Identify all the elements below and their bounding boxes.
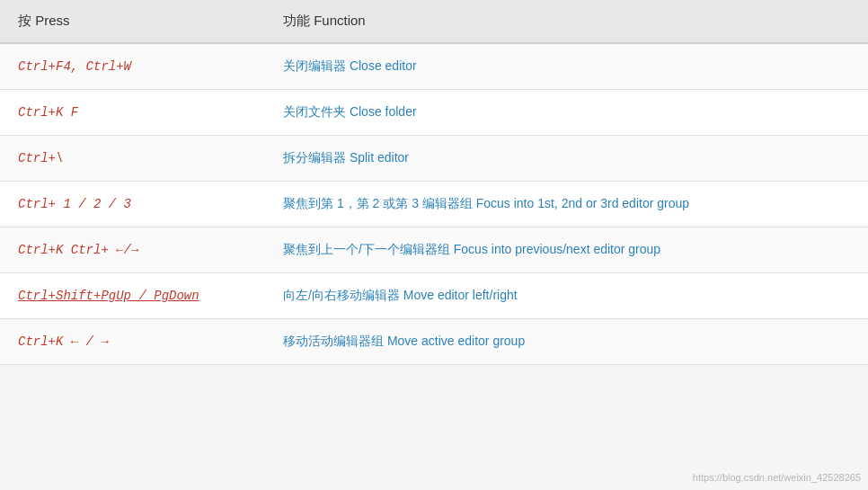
table-row: Ctrl+K ← / →移动活动编辑器组 Move active editor … [0, 319, 868, 365]
table-row: Ctrl+K Ctrl+ ←/→聚焦到上一个/下一个编辑器组 Focus int… [0, 227, 868, 273]
press-column-header: 按 Press [0, 0, 265, 43]
table-row: Ctrl+\拆分编辑器 Split editor [0, 136, 868, 182]
function-cell: 聚焦到上一个/下一个编辑器组 Focus into previous/next … [265, 227, 868, 273]
function-cell: 移动活动编辑器组 Move active editor group [265, 319, 868, 365]
table-row: Ctrl+ 1 / 2 / 3聚焦到第 1，第 2 或第 3 编辑器组 Focu… [0, 182, 868, 227]
function-cell: 关闭文件夹 Close folder [265, 90, 868, 136]
press-cell: Ctrl+K ← / → [0, 319, 265, 365]
press-cell: Ctrl+Shift+PgUp / PgDown [0, 273, 265, 319]
function-cell: 关闭编辑器 Close editor [265, 43, 868, 90]
press-cell: Ctrl+\ [0, 136, 265, 182]
table-row: Ctrl+K F关闭文件夹 Close folder [0, 90, 868, 136]
function-column-header: 功能 Function [265, 0, 868, 43]
watermark: https://blog.csdn.net/weixin_42528265 [693, 472, 861, 483]
function-cell: 向左/向右移动编辑器 Move editor left/right [265, 273, 868, 319]
table-header-row: 按 Press 功能 Function [0, 0, 868, 43]
press-cell: Ctrl+F4, Ctrl+W [0, 43, 265, 90]
function-cell: 拆分编辑器 Split editor [265, 136, 868, 182]
shortcuts-table: 按 Press 功能 Function Ctrl+F4, Ctrl+W关闭编辑器… [0, 0, 868, 365]
function-cell: 聚焦到第 1，第 2 或第 3 编辑器组 Focus into 1st, 2nd… [265, 182, 868, 227]
press-cell: Ctrl+K F [0, 90, 265, 136]
press-cell: Ctrl+K Ctrl+ ←/→ [0, 227, 265, 273]
press-cell: Ctrl+ 1 / 2 / 3 [0, 182, 265, 227]
table-row: Ctrl+Shift+PgUp / PgDown向左/向右移动编辑器 Move … [0, 273, 868, 319]
table-row: Ctrl+F4, Ctrl+W关闭编辑器 Close editor [0, 43, 868, 90]
